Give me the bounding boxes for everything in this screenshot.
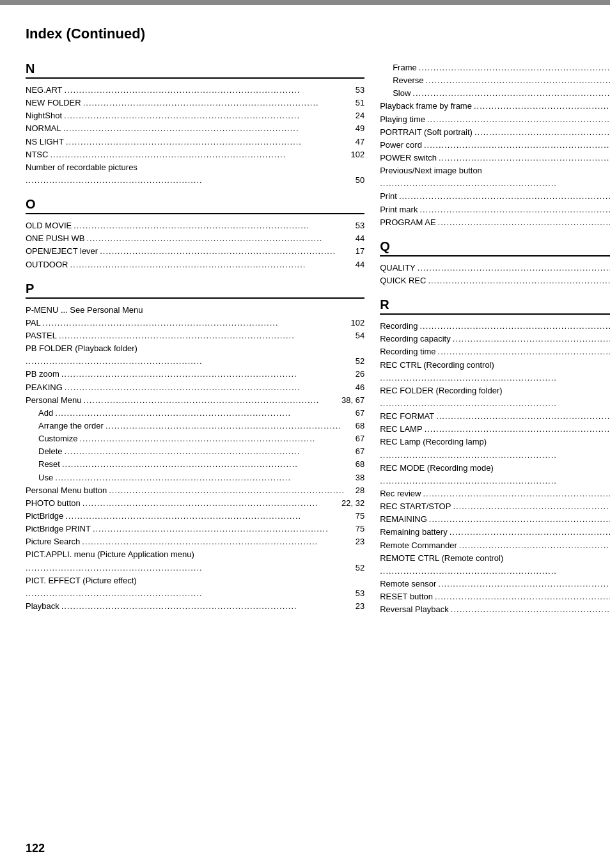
entry-dots: ........................................… [423,423,610,436]
entry-dots: ........................................… [436,216,610,229]
list-item: Add.....................................… [26,407,364,420]
entry-dots: ........................................… [451,500,610,513]
entry-text: Picture Search [26,535,80,548]
entry-text: Playback frame by frame [380,100,472,113]
entry-text: NTSC [26,148,48,161]
entry-text: PB zoom [26,368,59,381]
entry-page: 68 [347,458,364,471]
entry-page: 44 [347,258,364,271]
entry-dots: ........................................… [62,109,347,122]
entry-text: OUTDOOR [26,258,68,271]
list-item: Frame...................................… [380,61,610,74]
entry-dots: ........................................… [80,535,347,548]
entry-page: 23 [347,600,364,613]
entry-dots: ........................................… [472,100,610,113]
entry-dots: ........................................… [434,410,610,423]
list-item: NORMAL..................................… [26,122,364,135]
list-item: Print...................................… [380,190,610,203]
entry-text: Recording capacity [380,333,451,345]
entry-dots: ........................................… [59,600,347,613]
entry-text: Remote Commander [380,539,457,552]
entry-page: 28 [347,484,364,497]
list-item: Personal Menu button....................… [26,484,364,497]
entry-text: Reversal Playback [380,603,449,616]
page: Index (Continued) NNEG.ART..............… [0,0,610,868]
entry-text: QUALITY [380,262,416,274]
list-item: NS LIGHT................................… [26,136,364,148]
entry-page: 75 [347,523,364,535]
list-item: PictBridge PRINT........................… [26,523,364,535]
entry-page: 102 [347,317,364,329]
entry-page: 46 [347,381,364,394]
entry-text: Slow [393,87,411,100]
list-item: Remote sensor...........................… [380,578,610,590]
entry-page: 38 [347,471,364,484]
list-item: PASTEL..................................… [26,329,364,342]
entry-page: 49 [347,122,364,135]
entry-dots: ........................................… [380,177,610,190]
entry-dots: ........................................… [451,333,610,345]
list-item: Arrange the order.......................… [26,420,364,432]
entry-page: 67 [347,432,364,445]
column-1: NNEG.ART................................… [26,61,372,616]
entry-page: 23 [347,535,364,548]
list-item: Recording time..........................… [380,345,610,358]
entry-page: 22, 32 [341,497,364,510]
list-item: REC MODE (Recording mode)...............… [380,462,610,487]
section-letter: O [26,197,364,214]
section-letter: Q [380,239,610,256]
entry-text: Personal Menu [26,394,81,407]
entry-dots: ........................................… [26,562,345,574]
entry-dots: ........................................… [397,190,610,203]
entry-dots: ........................................… [422,139,610,152]
list-item: OPEN/EJECT lever........................… [26,245,364,258]
entry-page: 26 [347,368,364,381]
entry-dots: ........................................… [81,97,347,109]
list-item: REMAINING...............................… [380,513,610,526]
list-item: QUICK REC...............................… [380,274,610,287]
entry-text: Remaining battery [380,526,448,539]
entry-text: Delete [38,445,63,458]
list-item: Recording capacity......................… [380,333,610,345]
entry-text: ONE PUSH WB [26,232,84,245]
entry-dots: ........................................… [68,258,347,271]
list-item: Recording...............................… [380,320,610,333]
entry-dots: ........................................… [104,420,347,432]
entry-dots: ........................................… [457,539,610,552]
list-item: PROGRAM AE..............................… [380,216,610,229]
entry-dots: ........................................… [436,345,610,358]
list-item: Remote Commander........................… [380,539,610,552]
top-bar [0,0,610,5]
entry-text: REC MODE (Recording mode) [380,463,494,473]
entry-text: PAL [26,317,41,329]
entry-dots: ........................................… [53,471,347,484]
list-item: REC Lamp (Recording lamp)...............… [380,436,610,461]
list-item: NEG.ART.................................… [26,84,364,97]
entry-text: REC FOLDER (Recording folder) [380,386,502,395]
list-item: PictBridge..............................… [26,510,364,523]
list-item: NEW FOLDER..............................… [26,97,364,109]
list-item: PAL.....................................… [26,317,364,329]
entry-page: 51 [347,97,364,109]
list-item: Number of recordable pictures...........… [26,161,364,187]
entry-dots: ........................................… [416,262,610,274]
list-item: OUTDOOR.................................… [26,258,364,271]
entry-text: PASTEL [26,329,57,342]
entry-page: 52 [345,355,364,368]
entry-text: Frame [393,61,417,74]
entry-text: REC Lamp (Recording lamp) [380,437,487,446]
list-item: ONE PUSH WB.............................… [26,232,364,245]
entry-dots: ........................................… [63,445,347,458]
list-item: Remaining battery.......................… [380,526,610,539]
entry-dots: ........................................… [41,317,347,329]
list-item: Playing time............................… [380,113,610,126]
entry-text: Playback [26,600,59,613]
page-title: Index (Continued) [26,26,584,42]
entry-text: NightShot [26,109,62,122]
list-item: PEAKING.................................… [26,381,364,394]
entry-dots: ........................................… [63,84,347,97]
list-item: Reset...................................… [26,458,364,471]
list-item: Previous/Next image button..............… [380,164,610,190]
entry-page: 24 [347,109,364,122]
entry-text: REMOTE CTRL (Remote control) [380,553,503,563]
